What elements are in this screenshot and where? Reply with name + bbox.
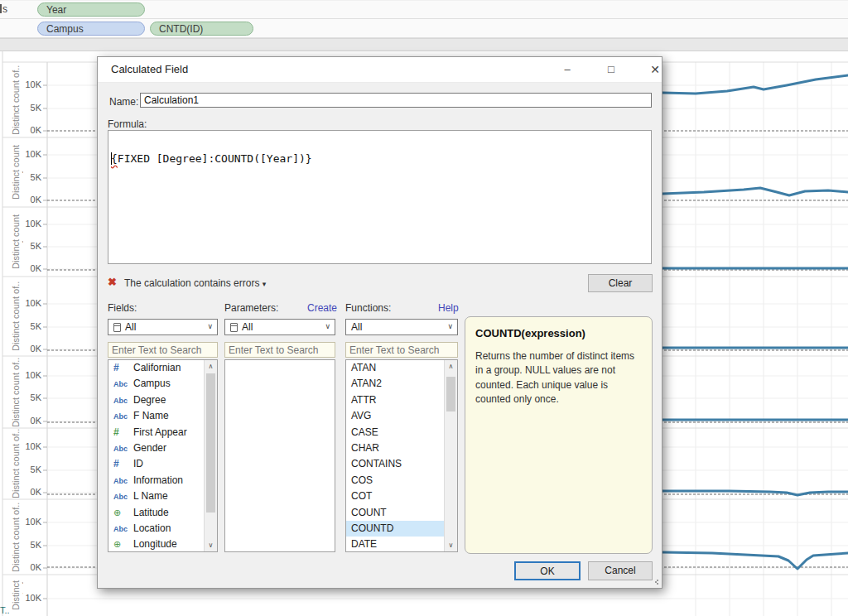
field-item-label: F Name	[133, 410, 169, 421]
field-item-label: Gender	[133, 442, 166, 454]
field-item[interactable]: AbcF Name	[108, 408, 205, 424]
axis-title: Distinct count of..	[11, 575, 23, 616]
text-icon: Abc	[113, 377, 133, 392]
functions-filter-value: All	[351, 321, 362, 333]
pill-campus[interactable]: Campus	[37, 22, 145, 36]
parameters-filter-value: All	[242, 321, 253, 333]
formula-editor[interactable]: {FIXED [Degree]:COUNTD([Year])}	[108, 130, 652, 264]
text-icon: Abc	[113, 489, 133, 505]
functions-filter-dropdown[interactable]: All ∨	[345, 319, 458, 335]
functions-search-input[interactable]	[345, 342, 458, 358]
function-item[interactable]: CHAR	[346, 440, 445, 456]
chevron-down-icon: ∨	[325, 322, 330, 330]
ok-button[interactable]: OK	[514, 561, 581, 580]
field-item-label: Information	[133, 474, 183, 486]
error-dropdown-icon[interactable]: ▾	[263, 280, 267, 288]
scroll-down-icon[interactable]: ∨	[445, 539, 457, 551]
fields-filter-dropdown[interactable]: All ∨	[108, 319, 218, 335]
scrollbar-thumb[interactable]	[446, 377, 455, 411]
pill-year[interactable]: Year	[37, 2, 145, 17]
number-icon: #	[113, 360, 133, 376]
field-item-label: Campus	[133, 378, 171, 389]
scroll-up-icon[interactable]: ∧	[445, 360, 457, 373]
cancel-button[interactable]: Cancel	[588, 561, 653, 580]
field-item[interactable]: AbcInformation	[108, 473, 205, 488]
name-input[interactable]	[140, 93, 652, 108]
axis-title: Distinct count of..	[11, 207, 23, 277]
field-item-label: Californian	[133, 362, 181, 373]
function-signature: COUNTD(expression)	[475, 327, 642, 339]
parameters-filter-dropdown[interactable]: All ∨	[224, 319, 335, 335]
function-description: Returns the number of distinct items in …	[475, 349, 642, 407]
fields-list[interactable]: #CalifornianAbcCampusAbcDegreeAbcF Name#…	[108, 359, 218, 552]
fields-scrollbar[interactable]: ∧ ∨	[204, 360, 217, 551]
shelf-divider	[0, 38, 848, 51]
function-item[interactable]: AVG	[346, 408, 445, 424]
scroll-up-icon[interactable]: ∧	[205, 360, 217, 373]
error-message[interactable]: The calculation contains errors ▾	[124, 277, 266, 289]
field-item-label: Longitude	[133, 538, 177, 550]
create-link[interactable]: Create	[307, 302, 337, 314]
function-item[interactable]: CASE	[346, 425, 445, 440]
dialog-titlebar[interactable]: Calculated Field – □ ✕	[98, 57, 662, 83]
rows-shelf: Campus CNTD(ID)	[0, 19, 848, 38]
field-item-label: Location	[133, 522, 171, 534]
formula-text: {FIXED [Degree]:COUNTD([Year])}	[111, 152, 312, 165]
scroll-down-icon[interactable]: ∨	[205, 539, 217, 551]
function-item[interactable]: COUNTD	[346, 521, 445, 537]
axis-title: Distinct count of..	[11, 277, 23, 356]
text-icon: Abc	[113, 393, 133, 409]
field-item-label: L Name	[133, 490, 168, 502]
field-item-label: First Appear	[133, 426, 187, 438]
clear-button[interactable]: Clear	[588, 274, 653, 292]
parameters-search-input[interactable]	[224, 342, 335, 358]
functions-list[interactable]: ATANATAN2ATTRAVGCASECHARCONTAINSCOSCOTCO…	[345, 359, 458, 552]
scrollbar-thumb[interactable]	[206, 373, 215, 513]
text-icon: Abc	[113, 441, 133, 457]
text-icon: Abc	[113, 474, 133, 489]
resize-grip-icon[interactable]	[653, 579, 659, 585]
text-icon: Abc	[113, 409, 133, 425]
field-item[interactable]: AbcCampus	[108, 376, 205, 392]
function-item[interactable]: COUNT	[346, 505, 445, 521]
field-item[interactable]: ⊕Longitude	[108, 537, 205, 552]
functions-scrollbar[interactable]: ∧ ∨	[444, 360, 457, 551]
field-item-label: Latitude	[133, 507, 169, 518]
field-item-label: Degree	[133, 394, 166, 406]
field-item[interactable]: AbcGender	[108, 440, 205, 456]
datasource-icon	[230, 323, 238, 332]
function-item[interactable]: CONTAINS	[346, 456, 445, 472]
cropped-icon	[0, 4, 2, 13]
datasource-icon	[113, 323, 121, 332]
function-item[interactable]: ATTR	[346, 392, 445, 408]
help-link[interactable]: Help	[438, 302, 459, 314]
parameters-list[interactable]	[224, 359, 335, 552]
chevron-down-icon: ∨	[447, 322, 453, 330]
field-item[interactable]: ⊕Latitude	[108, 505, 205, 521]
maximize-icon[interactable]: □	[594, 57, 629, 82]
field-item[interactable]: #Californian	[108, 360, 205, 376]
shelf-partial-label: s	[2, 3, 7, 15]
field-item[interactable]: AbcLocation	[108, 521, 205, 537]
minimize-icon[interactable]: –	[550, 57, 585, 82]
fields-search-input[interactable]	[108, 342, 218, 358]
field-item[interactable]: AbcDegree	[108, 392, 205, 408]
chevron-down-icon: ∨	[207, 322, 213, 330]
pill-cntd-id[interactable]: CNTD(ID)	[150, 22, 253, 36]
field-item[interactable]: #ID	[108, 456, 205, 472]
function-item[interactable]: ATAN2	[346, 376, 445, 392]
function-item[interactable]: COT	[346, 488, 445, 504]
close-icon[interactable]: ✕	[638, 57, 672, 82]
field-item[interactable]: AbcL Name	[108, 488, 205, 504]
bottom-partial-label: T..	[0, 605, 10, 615]
function-item[interactable]: COS	[346, 473, 445, 488]
error-icon: ✖	[108, 276, 117, 288]
function-item[interactable]: DATE	[346, 537, 445, 552]
parameters-label: Parameters:	[224, 302, 278, 314]
name-label: Name:	[109, 96, 138, 108]
function-item[interactable]: ATAN	[346, 360, 445, 376]
dialog-title: Calculated Field	[111, 63, 188, 75]
globe-icon: ⊕	[113, 537, 133, 552]
globe-icon: ⊕	[113, 505, 133, 521]
field-item[interactable]: #First Appear	[108, 425, 205, 440]
